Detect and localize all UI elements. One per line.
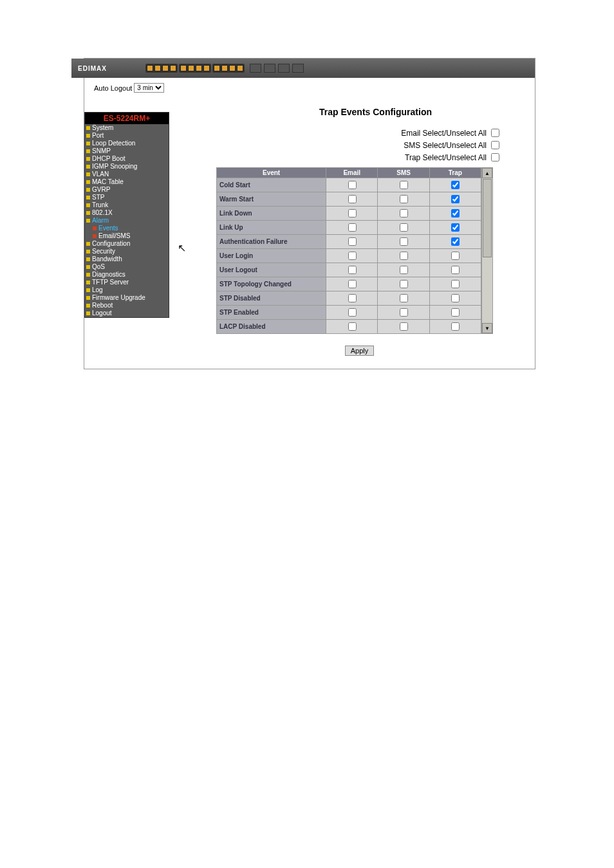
cb-cell-email [326, 221, 378, 235]
cb-cell-trap [429, 249, 481, 263]
cb-cell-email [326, 320, 378, 334]
apply-button[interactable]: Apply [345, 346, 375, 356]
scroll-thumb[interactable] [483, 179, 492, 257]
cb-cell-email [326, 277, 378, 291]
table-row: Link Down [217, 207, 481, 221]
port-status-panel [145, 64, 245, 73]
trap-checkbox[interactable] [451, 322, 460, 331]
cb-cell-sms [378, 263, 429, 277]
email-checkbox[interactable] [348, 237, 357, 246]
email-checkbox[interactable] [348, 223, 357, 232]
email-checkbox[interactable] [348, 209, 357, 217]
trap-checkbox[interactable] [451, 209, 460, 217]
nav-bullet-icon [86, 250, 90, 254]
sms-checkbox[interactable] [400, 308, 408, 317]
table-scrollbar[interactable]: ▲ ▼ [481, 167, 493, 334]
nav-item-bandwidth[interactable]: Bandwidth [85, 255, 169, 263]
nav-item-email-sms[interactable]: Email/SMS [85, 232, 169, 240]
auto-logout-select[interactable]: 3 min [134, 83, 164, 93]
sms-checkbox[interactable] [400, 195, 408, 203]
email-checkbox[interactable] [348, 322, 357, 331]
nav-item-alarm[interactable]: Alarm [85, 217, 169, 225]
cb-cell-sms [378, 306, 429, 320]
event-label: Link Up [217, 221, 326, 235]
email-checkbox[interactable] [348, 294, 357, 302]
event-label: Link Down [217, 207, 326, 221]
nav-item-diagnostics[interactable]: Diagnostics [85, 271, 169, 279]
email-checkbox[interactable] [348, 308, 357, 317]
trap-checkbox[interactable] [451, 280, 460, 288]
nav-item-system[interactable]: System [85, 124, 169, 132]
nav-item-label: Port [92, 132, 104, 140]
nav-bullet-icon [86, 134, 90, 138]
cb-cell-email [326, 192, 378, 207]
scroll-down-button[interactable]: ▼ [482, 323, 492, 333]
nav-item-gvrp[interactable]: GVRP [85, 186, 169, 194]
email-select-all-checkbox[interactable] [491, 129, 499, 137]
email-checkbox[interactable] [348, 266, 357, 274]
email-checkbox[interactable] [348, 280, 357, 288]
cb-cell-email [326, 235, 378, 249]
nav-item-trunk[interactable]: Trunk [85, 201, 169, 209]
nav-item-snmp[interactable]: SNMP [85, 147, 169, 155]
nav-bullet-icon [93, 226, 97, 230]
table-row: Link Up [217, 221, 481, 235]
cb-cell-trap [429, 263, 481, 277]
cb-cell-email [326, 306, 378, 320]
nav-item-802-1x[interactable]: 802.1X [85, 209, 169, 217]
sms-checkbox[interactable] [400, 294, 408, 302]
nav-item-firmware-upgrade[interactable]: Firmware Upgrade [85, 294, 169, 302]
email-checkbox[interactable] [348, 195, 357, 203]
nav-item-label: DHCP Boot [92, 155, 126, 163]
nav-item-security[interactable]: Security [85, 248, 169, 255]
trap-checkbox[interactable] [451, 237, 460, 246]
nav-item-events[interactable]: Events [85, 225, 169, 232]
event-label: Warm Start [217, 192, 326, 207]
sms-checkbox[interactable] [400, 209, 408, 217]
events-table: Event Email SMS Trap Cold StartWarm Star… [216, 167, 481, 334]
trap-checkbox[interactable] [451, 195, 460, 203]
sms-checkbox[interactable] [400, 237, 408, 246]
trap-select-all-checkbox[interactable] [491, 153, 499, 162]
header-sms: SMS [378, 168, 429, 178]
trap-checkbox[interactable] [451, 294, 460, 302]
sms-checkbox[interactable] [400, 280, 408, 288]
trap-checkbox[interactable] [451, 266, 460, 274]
nav-item-igmp-snooping[interactable]: IGMP Snooping [85, 163, 169, 171]
trap-checkbox[interactable] [451, 181, 460, 189]
sms-checkbox[interactable] [400, 252, 408, 260]
nav-item-tftp-server[interactable]: TFTP Server [85, 279, 169, 286]
nav-item-stp[interactable]: STP [85, 194, 169, 201]
nav-bullet-icon [86, 273, 90, 277]
sms-checkbox[interactable] [400, 223, 408, 232]
sms-checkbox[interactable] [400, 266, 408, 274]
sms-checkbox[interactable] [400, 322, 408, 331]
nav-bullet-icon [86, 288, 90, 292]
sms-select-all-checkbox[interactable] [491, 141, 499, 149]
trap-checkbox[interactable] [451, 308, 460, 317]
nav-item-logout[interactable]: Logout [85, 309, 169, 317]
nav-item-label: SNMP [92, 147, 111, 155]
nav-item-log[interactable]: Log [85, 286, 169, 294]
nav-bullet-icon [86, 304, 90, 308]
email-checkbox[interactable] [348, 252, 357, 260]
nav-item-vlan[interactable]: VLAN [85, 171, 169, 178]
nav-item-label: Log [92, 286, 103, 294]
nav-item-label: Bandwidth [92, 255, 122, 263]
nav-item-label: TFTP Server [92, 279, 129, 286]
cb-cell-email [326, 263, 378, 277]
trap-checkbox[interactable] [451, 252, 460, 260]
nav-item-label: Loop Detection [92, 140, 135, 147]
nav-item-dhcp-boot[interactable]: DHCP Boot [85, 155, 169, 163]
nav-item-configuration[interactable]: Configuration [85, 240, 169, 248]
table-row: STP Topology Changed [217, 277, 481, 291]
nav-item-loop-detection[interactable]: Loop Detection [85, 140, 169, 147]
nav-item-qos[interactable]: QoS [85, 263, 169, 271]
trap-checkbox[interactable] [451, 223, 460, 232]
nav-item-mac-table[interactable]: MAC Table [85, 178, 169, 186]
nav-item-port[interactable]: Port [85, 132, 169, 140]
email-checkbox[interactable] [348, 181, 357, 189]
nav-item-reboot[interactable]: Reboot [85, 302, 169, 309]
scroll-up-button[interactable]: ▲ [482, 168, 492, 178]
sms-checkbox[interactable] [400, 181, 408, 189]
